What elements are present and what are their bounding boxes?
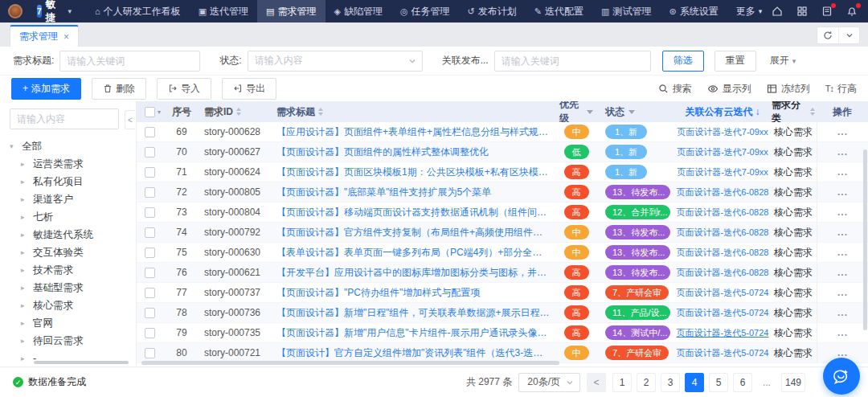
page-button-149[interactable]: 149 bbox=[781, 373, 805, 392]
iteration-link[interactable]: 页面设计器-迭代5-0724 bbox=[677, 307, 769, 319]
story-title-link[interactable]: 【页面设计器】页面区块模板1期：公共区块模板+私有区块模板+第一批官方区块模板.… bbox=[276, 166, 550, 179]
sidebar-search-input[interactable] bbox=[10, 108, 119, 129]
export-button[interactable]: 导出 bbox=[222, 78, 276, 100]
nav-item-requirement[interactable]: ▤需求管理 bbox=[257, 0, 325, 23]
header-public-cloud-iteration[interactable]: 关联公有云迭代 ↓ bbox=[675, 101, 770, 122]
story-title-link[interactable]: 【页面设计器】页面组件的属性样式整体调整优化 bbox=[276, 145, 550, 159]
iteration-link[interactable]: 页面设计器-迭代7-09xx bbox=[677, 166, 768, 178]
row-checkbox[interactable] bbox=[145, 348, 155, 358]
sort-descending-icon[interactable]: ↓ bbox=[755, 106, 760, 117]
sort-icon[interactable] bbox=[318, 108, 323, 116]
tree-node-root[interactable]: ▾全部 bbox=[10, 137, 127, 155]
iteration-link[interactable]: 页面设计器-迭代6-0828 bbox=[677, 207, 769, 219]
select-all-checkbox[interactable] bbox=[145, 107, 155, 117]
row-more-button[interactable]: ... bbox=[837, 347, 848, 358]
sort-icon[interactable] bbox=[236, 108, 241, 116]
delete-button[interactable]: 删除 bbox=[92, 78, 146, 100]
chevron-down-icon[interactable] bbox=[838, 27, 859, 43]
row-checkbox[interactable] bbox=[145, 328, 155, 338]
table-vertical-scrollbar[interactable] bbox=[863, 149, 867, 330]
nav-item-settings[interactable]: ⊛系统设置 bbox=[660, 0, 727, 23]
page-button-3[interactable]: 3 bbox=[661, 373, 680, 392]
show-columns-tool[interactable]: 显示列 bbox=[707, 82, 751, 96]
document-notifications-icon[interactable] bbox=[821, 5, 833, 18]
row-more-button[interactable]: ... bbox=[837, 227, 848, 238]
row-more-button[interactable]: ... bbox=[837, 307, 848, 318]
story-title-link[interactable]: 【页面设计器】新增"用户信息"卡片组件-展示用户通讯录头像+姓名+部门信息 bbox=[276, 326, 550, 340]
iteration-link[interactable]: 页面设计器-迭代6-0828 bbox=[677, 247, 769, 259]
header-category[interactable]: 需求分类 bbox=[770, 101, 817, 122]
nav-item-config[interactable]: ✎迭代配置 bbox=[526, 0, 592, 23]
sidebar-horizontal-scrollbar[interactable] bbox=[34, 361, 129, 364]
story-title-link[interactable]: 【页面设计器】移动端页面设计器支持数据通讯机制（组件间通讯） bbox=[276, 206, 550, 219]
header-priority[interactable]: 优先级 bbox=[555, 101, 598, 122]
row-more-button[interactable]: ... bbox=[837, 327, 848, 338]
table-horizontal-scrollbar[interactable] bbox=[141, 361, 559, 365]
nav-item-defect[interactable]: ◈缺陷管理 bbox=[326, 0, 391, 23]
tree-node[interactable]: ▸渠道客户 bbox=[10, 190, 127, 208]
apps-grid-icon[interactable] bbox=[796, 5, 809, 18]
row-more-button[interactable]: ... bbox=[837, 287, 848, 298]
story-title-link[interactable]: 【表单设计器】表单页面一键多列布局（PC端4列）+部分全局样式可视化配置 bbox=[276, 246, 550, 260]
row-more-button[interactable]: ... bbox=[837, 207, 848, 218]
row-checkbox[interactable] bbox=[145, 147, 155, 158]
story-title-link[interactable]: 【页面设计器】"PC待办组件"增加样式与配置项 bbox=[276, 286, 550, 300]
row-checkbox[interactable] bbox=[145, 127, 155, 137]
tree-node[interactable]: ▸技术需求 bbox=[10, 261, 127, 279]
row-more-button[interactable]: ... bbox=[837, 126, 848, 137]
header-title[interactable]: 需求标题 bbox=[272, 101, 555, 122]
nav-item-task[interactable]: ◎任务管理 bbox=[391, 0, 459, 23]
row-more-button[interactable]: ... bbox=[837, 146, 848, 158]
iteration-link[interactable]: 页面设计器-迭代5-0724 bbox=[677, 327, 769, 339]
page-button-4[interactable]: 4 bbox=[685, 373, 704, 392]
row-more-button[interactable]: ... bbox=[837, 186, 848, 198]
story-title-link[interactable]: 【应用设计器】页面组件+表单组件+属性栏信息分组与样式规范优化 bbox=[276, 125, 550, 139]
row-more-button[interactable]: ... bbox=[837, 267, 848, 278]
row-checkbox[interactable] bbox=[145, 268, 155, 278]
page-button-5[interactable]: 5 bbox=[709, 373, 728, 392]
tree-node[interactable]: ▸核心需求 bbox=[10, 297, 127, 314]
tree-node[interactable]: ▸官网 bbox=[10, 314, 127, 332]
page-button-1[interactable]: 1 bbox=[612, 373, 632, 392]
header-story-id[interactable]: 需求ID bbox=[199, 101, 272, 122]
assistant-chat-button[interactable] bbox=[823, 358, 860, 395]
iteration-link[interactable]: 页面设计器-迭代6-0828 bbox=[677, 186, 769, 198]
add-requirement-button[interactable]: + 添加需求 bbox=[11, 78, 81, 100]
bell-icon[interactable] bbox=[845, 5, 858, 18]
story-title-link[interactable]: 【页面设计器】官方组件支持复制（布局组件+高频使用组件优先） bbox=[276, 226, 550, 239]
story-title-link[interactable]: 【页面设计器】"底部菜单"组件支持扩展为5个菜单 bbox=[276, 186, 550, 199]
sort-icon[interactable] bbox=[810, 108, 815, 116]
tree-node[interactable]: ▸运营类需求 bbox=[10, 155, 127, 173]
iteration-link[interactable]: 页面设计器-迭代5-0724 bbox=[677, 287, 769, 299]
filter-icon[interactable] bbox=[628, 110, 635, 114]
nav-item-test[interactable]: ▥测试管理 bbox=[592, 0, 660, 23]
nav-item-iteration[interactable]: ▣迭代管理 bbox=[190, 0, 257, 23]
row-checkbox[interactable] bbox=[145, 248, 155, 258]
tree-node[interactable]: ▸基础型需求 bbox=[10, 279, 127, 297]
row-checkbox[interactable] bbox=[145, 187, 155, 198]
row-checkbox[interactable] bbox=[145, 227, 155, 238]
collapse-sidebar-button[interactable]: < bbox=[125, 110, 135, 129]
nav-item-more[interactable]: 更多▾ bbox=[727, 0, 772, 23]
row-checkbox[interactable] bbox=[145, 308, 155, 318]
story-title-link[interactable]: 【页面设计】官方自定义组件增加"资讯列表"组件（迭代3-迭代4） bbox=[276, 346, 550, 360]
close-icon[interactable]: × bbox=[63, 31, 69, 43]
nav-item-release[interactable]: ↺发布计划 bbox=[459, 0, 526, 23]
import-button[interactable]: 导入 bbox=[157, 78, 211, 100]
tab-requirements[interactable]: 需求管理 × bbox=[10, 25, 79, 47]
tree-node[interactable]: ▸敏捷迭代系统 bbox=[10, 226, 127, 244]
iteration-link[interactable]: 页面设计器-迭代7-09xx bbox=[677, 146, 768, 158]
tree-node[interactable]: ▸待回云需求 bbox=[10, 332, 127, 350]
iteration-link[interactable]: 页面设计器-迭代7-09xx bbox=[677, 126, 768, 138]
tree-node[interactable]: ▸七析 bbox=[10, 208, 127, 226]
home-icon[interactable] bbox=[771, 5, 784, 18]
row-more-button[interactable]: ... bbox=[837, 247, 848, 258]
filter-button[interactable]: 筛选 bbox=[662, 51, 704, 72]
reset-button[interactable]: 重置 bbox=[714, 51, 756, 72]
prev-page-button[interactable]: < bbox=[587, 373, 606, 392]
freeze-columns-tool[interactable]: 冻结列 bbox=[767, 82, 810, 96]
page-button-2[interactable]: 2 bbox=[637, 373, 656, 392]
release-filter-input[interactable] bbox=[494, 51, 651, 72]
story-title-link[interactable]: 【页面设计器】新增"日程"组件，可关联表单数据源+展示日程信息与列表 bbox=[276, 306, 550, 320]
iteration-link[interactable]: 页面设计器-迭代6-0828 bbox=[677, 267, 769, 279]
